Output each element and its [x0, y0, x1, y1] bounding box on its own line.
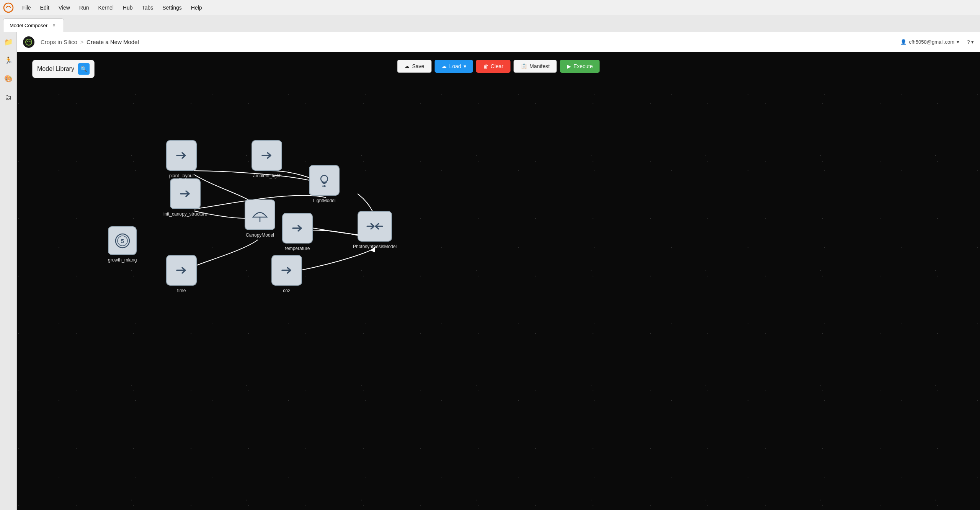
node-temperature[interactable]: temperature [282, 213, 313, 251]
menu-tabs[interactable]: Tabs [138, 3, 157, 12]
canvas-toolbar: ☁ Save ☁ Load ▾ 🗑 Clear 📋 Manifest ▶ [397, 60, 599, 73]
node-canopy-model-box [245, 199, 275, 230]
tab-model-composer[interactable]: Model Composer × [3, 18, 64, 32]
menu-run[interactable]: Run [75, 3, 93, 12]
app-layout: 📁 🏃 🎨 🗂 Crops in Silico > Create a New M… [0, 32, 980, 510]
node-light-model-box [309, 165, 340, 196]
user-dropdown-icon: ▾ [957, 39, 959, 45]
save-button[interactable]: ☁ Save [397, 60, 431, 73]
execute-icon: ▶ [567, 63, 571, 69]
node-init-canopy-box [170, 178, 201, 209]
clear-button[interactable]: 🗑 Clear [476, 60, 510, 73]
menu-bar: File Edit View Run Kernel Hub Tabs Setti… [0, 0, 980, 15]
save-label: Save [412, 63, 424, 69]
menu-hub[interactable]: Hub [119, 3, 137, 12]
node-ambient-light-label: ambient_light [253, 173, 280, 178]
node-temperature-box [282, 213, 313, 244]
load-button[interactable]: ☁ Load ▾ [434, 60, 473, 73]
node-photosynthesis-model[interactable]: PhotosynthesisModel [353, 211, 397, 249]
save-icon: ☁ [404, 63, 410, 69]
node-ambient-light-box [252, 140, 282, 171]
node-co2-label: co2 [283, 288, 290, 293]
star-background [17, 52, 980, 510]
menu-kernel[interactable]: Kernel [94, 3, 117, 12]
manifest-icon: 📋 [521, 63, 527, 69]
canvas-area[interactable]: Model Library 🔍 ☁ Save ☁ Load ▾ 🗑 Clear [17, 52, 980, 510]
node-growth-mlang-box: 5 [108, 226, 137, 255]
model-library-panel: Model Library 🔍 [32, 60, 95, 78]
node-photosynthesis-label: PhotosynthesisModel [353, 244, 397, 249]
menu-help[interactable]: Help [187, 3, 206, 12]
sidebar-icon-run[interactable]: 🏃 [2, 54, 15, 67]
sidebar-icon-folder[interactable]: 📁 [2, 36, 15, 48]
sidebar-icon-palette[interactable]: 🎨 [2, 73, 15, 85]
svg-point-2 [321, 175, 328, 182]
node-co2-box [271, 255, 302, 286]
load-label: Load [449, 63, 461, 69]
user-email: cfh5058@gmail.com [909, 39, 954, 45]
clear-icon: 🗑 [483, 63, 488, 69]
tab-bar: Model Composer × [0, 15, 980, 32]
manifest-button[interactable]: 📋 Manifest [513, 60, 557, 73]
user-icon: 👤 [900, 39, 906, 45]
manifest-label: Manifest [529, 63, 550, 69]
menu-settings[interactable]: Settings [158, 3, 186, 12]
nav-breadcrumb[interactable]: Crops in Silico [41, 39, 77, 45]
load-icon: ☁ [441, 63, 447, 69]
node-temperature-label: temperature [285, 246, 310, 251]
sidebar: 📁 🏃 🎨 🗂 [0, 32, 17, 510]
nav-user-menu[interactable]: 👤 cfh5058@gmail.com ▾ [900, 39, 959, 45]
node-time-label: time [177, 288, 186, 293]
node-init-canopy[interactable]: init_canopy_structure [163, 178, 207, 217]
execute-button[interactable]: ▶ Execute [560, 60, 600, 73]
node-plant-layout[interactable]: plant_layout [166, 140, 197, 178]
tab-label: Model Composer [10, 23, 47, 28]
node-time[interactable]: time [166, 255, 197, 293]
node-ambient-light[interactable]: ambient_light [252, 140, 282, 178]
svg-text:5: 5 [121, 238, 124, 244]
clear-label: Clear [491, 63, 503, 69]
menu-edit[interactable]: Edit [36, 3, 53, 12]
nav-logo [23, 36, 34, 48]
svg-point-0 [4, 3, 13, 12]
nav-bar: Crops in Silico > Create a New Model 👤 c… [17, 32, 980, 52]
node-time-box [166, 255, 197, 286]
node-canopy-model[interactable]: CanopyModel [245, 199, 275, 238]
node-init-canopy-label: init_canopy_structure [163, 211, 207, 217]
node-light-model-label: LightModel [313, 198, 336, 203]
model-library-search-button[interactable]: 🔍 [78, 63, 90, 75]
app-logo [3, 2, 14, 13]
node-growth-mlang[interactable]: 5 growth_mlang [108, 226, 137, 263]
model-library-label: Model Library [37, 65, 74, 72]
execute-label: Execute [573, 63, 593, 69]
sidebar-icon-files[interactable]: 🗂 [2, 91, 15, 103]
nav-help-button[interactable]: ? ▾ [967, 39, 974, 45]
help-icon: ? ▾ [967, 39, 974, 45]
nav-current-page: Create a New Model [87, 39, 139, 45]
node-plant-layout-box [166, 140, 197, 171]
node-canopy-model-label: CanopyModel [246, 232, 274, 238]
load-dropdown-icon: ▾ [464, 63, 466, 69]
menu-view[interactable]: View [55, 3, 74, 12]
tab-close-button[interactable]: × [51, 22, 57, 29]
node-plant-layout-label: plant_layout [169, 173, 194, 178]
node-co2[interactable]: co2 [271, 255, 302, 293]
node-growth-mlang-label: growth_mlang [108, 257, 137, 263]
svg-point-1 [26, 39, 32, 45]
menu-file[interactable]: File [18, 3, 35, 12]
node-light-model[interactable]: LightModel [309, 165, 340, 203]
nav-separator: > [80, 39, 83, 45]
main-content: Crops in Silico > Create a New Model 👤 c… [17, 32, 980, 510]
node-photosynthesis-model-box [358, 211, 392, 242]
